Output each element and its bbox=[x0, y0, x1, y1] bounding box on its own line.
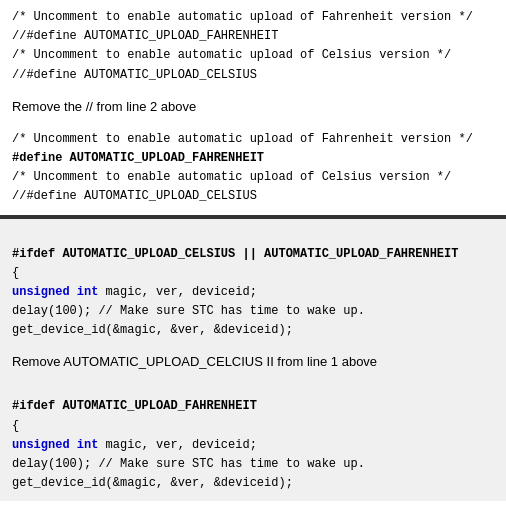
note-2: Remove AUTOMATIC_UPLOAD_CELCIUS II from … bbox=[0, 348, 506, 377]
gap-2 bbox=[0, 377, 506, 389]
middle-code-line-3: /* Uncomment to enable automatic upload … bbox=[12, 168, 494, 187]
bottom-code-1-line-1: #ifdef AUTOMATIC_UPLOAD_CELSIUS || AUTOM… bbox=[12, 245, 494, 264]
bottom-code-1-line-2: { bbox=[12, 264, 494, 283]
middle-code-block: /* Uncomment to enable automatic upload … bbox=[0, 122, 506, 215]
middle-code-line-2: #define AUTOMATIC_UPLOAD_FAHRENHEIT bbox=[12, 149, 494, 168]
middle-code-line-1: /* Uncomment to enable automatic upload … bbox=[12, 130, 494, 149]
bottom-code-1-line-5: get_device_id(&magic, &ver, &deviceid); bbox=[12, 321, 494, 340]
note-1: Remove the // from line 2 above bbox=[0, 93, 506, 122]
bottom-code-1-line-4: delay(100); // Make sure STC has time to… bbox=[12, 302, 494, 321]
bottom-code-2-line-3: unsigned int magic, ver, deviceid; bbox=[12, 436, 494, 455]
top-code-line-4: //#define AUTOMATIC_UPLOAD_CELSIUS bbox=[12, 66, 494, 85]
top-code-block: /* Uncomment to enable automatic upload … bbox=[0, 0, 506, 93]
bottom-code-block-1: #ifdef AUTOMATIC_UPLOAD_CELSIUS || AUTOM… bbox=[0, 237, 506, 349]
middle-code-line-4: //#define AUTOMATIC_UPLOAD_CELSIUS bbox=[12, 187, 494, 206]
bottom-code-1-line-3: unsigned int magic, ver, deviceid; bbox=[12, 283, 494, 302]
top-code-line-2: //#define AUTOMATIC_UPLOAD_FAHRENHEIT bbox=[12, 27, 494, 46]
bottom-code-2-line-1: #ifdef AUTOMATIC_UPLOAD_FAHRENHEIT bbox=[12, 397, 494, 416]
bottom-code-2-line-4: delay(100); // Make sure STC has time to… bbox=[12, 455, 494, 474]
bottom-code-2-line-5: get_device_id(&magic, &ver, &deviceid); bbox=[12, 474, 494, 493]
bottom-code-2-line-2: { bbox=[12, 417, 494, 436]
bottom-code-block-2: #ifdef AUTOMATIC_UPLOAD_FAHRENHEIT { uns… bbox=[0, 389, 506, 501]
bottom-section: #ifdef AUTOMATIC_UPLOAD_CELSIUS || AUTOM… bbox=[0, 219, 506, 502]
top-code-line-3: /* Uncomment to enable automatic upload … bbox=[12, 46, 494, 65]
top-code-line-1: /* Uncomment to enable automatic upload … bbox=[12, 8, 494, 27]
section-gap-1 bbox=[0, 219, 506, 237]
